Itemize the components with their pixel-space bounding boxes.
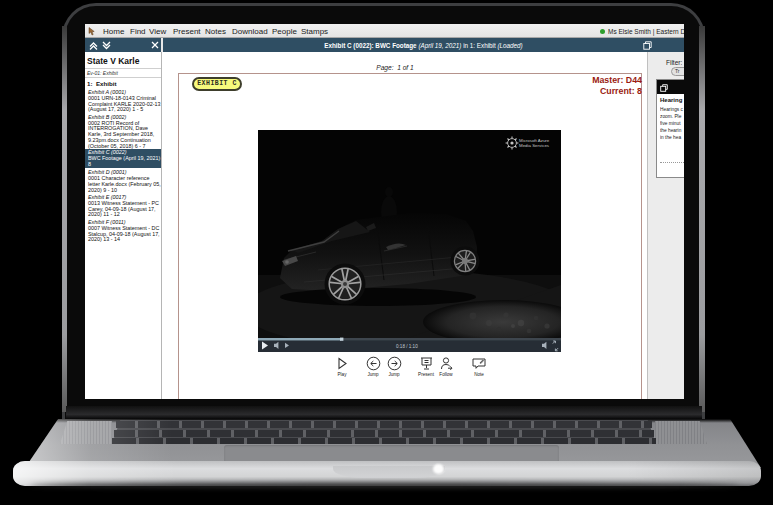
svg-text:Media Services: Media Services [519,143,550,148]
svg-text:Microsoft Azure: Microsoft Azure [519,138,550,143]
svg-text:0:18 / 1:10: 0:18 / 1:10 [396,344,418,349]
